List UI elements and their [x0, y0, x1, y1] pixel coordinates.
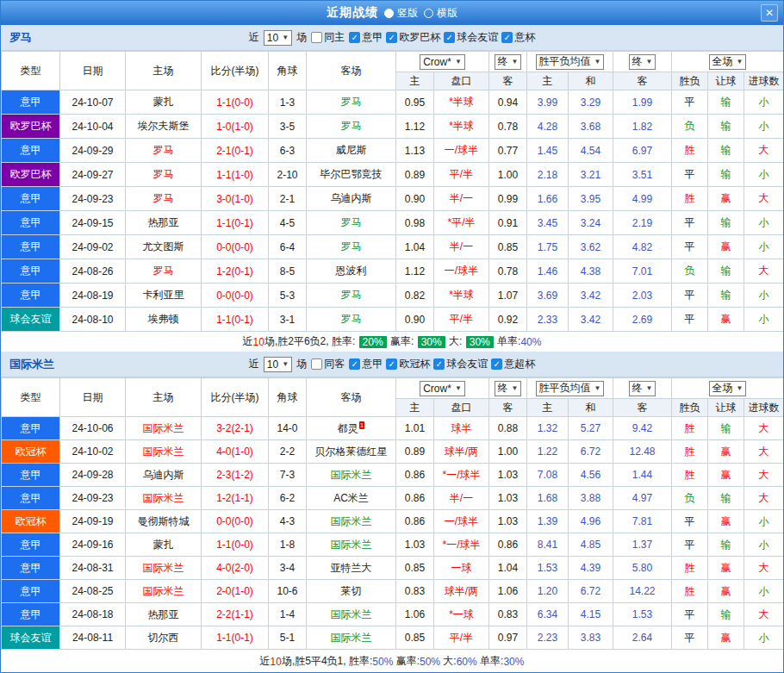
result-goals: 大 — [744, 440, 784, 464]
match-date: 24-08-19 — [60, 284, 126, 308]
handicap-away-odds: 0.91 — [489, 211, 527, 235]
score: 1-2(1-1) — [202, 487, 269, 510]
handicap-line: 一球 — [434, 557, 489, 580]
footer-stat: 近 — [260, 654, 271, 669]
same-side-filter[interactable]: 同客 — [311, 357, 345, 371]
same-side-label: 同主 — [324, 30, 345, 45]
away-team: 莱切 — [307, 580, 396, 603]
result-wdl: 平 — [672, 603, 708, 626]
result-handicap: 输 — [708, 90, 744, 115]
match-row: 欧罗巴杯24-09-27罗马1-1(1-0)2-10毕尔巴鄂竞技0.89平/半1… — [2, 163, 784, 187]
handicap-line: 球半 — [434, 417, 489, 440]
match-row: 球会友谊24-08-11切尔西1-1(0-1)5-1国际米兰0.85平/半0.9… — [2, 626, 784, 650]
avg-odds-select[interactable]: 胜平负均值▼ — [536, 381, 605, 396]
handicap-away-odds: 0.86 — [489, 533, 527, 557]
league-filter-意甲[interactable]: ✓意甲 — [349, 357, 383, 371]
score: 1-2(0-1) — [202, 259, 269, 284]
match-count-select[interactable]: 10▼ — [264, 357, 292, 372]
match-date: 24-10-02 — [60, 440, 126, 464]
footer-stat: 单率: — [477, 654, 504, 669]
league-filter-球会友谊[interactable]: ✓球会友谊 — [444, 30, 498, 45]
final-odds-select[interactable]: 终▼ — [495, 381, 522, 396]
team-name: 罗马 — [9, 30, 32, 46]
league-filter-label: 球会友谊 — [446, 357, 488, 371]
sub-header-draw: 和 — [569, 399, 613, 417]
league-badge: 欧冠杯 — [2, 510, 60, 533]
away-team: 国际米兰 — [307, 533, 396, 557]
odds-source-select[interactable]: Crow*▼ — [420, 54, 465, 70]
result-goals: 小 — [744, 235, 784, 259]
result-goals: 小 — [744, 284, 784, 308]
final-avg-select[interactable]: 终▼ — [629, 381, 656, 396]
final-odds-select[interactable]: 终▼ — [495, 54, 522, 70]
handicap-away-odds: 0.97 — [489, 626, 527, 650]
league-filter-欧冠杯[interactable]: ✓欧冠杯 — [386, 357, 430, 371]
league-filter-意杯[interactable]: ✓意杯 — [501, 30, 535, 45]
odds-win: 1.20 — [527, 580, 569, 603]
corners: 4-3 — [269, 510, 307, 533]
result-handicap: 赢 — [708, 626, 744, 650]
radio-selected-icon — [384, 9, 394, 18]
league-badge: 意甲 — [2, 417, 60, 440]
league-badge: 意甲 — [2, 235, 60, 259]
handicap-line: *半球 — [434, 284, 489, 308]
result-handicap: 赢 — [708, 557, 744, 580]
same-side-filter[interactable]: 同主 — [311, 30, 345, 45]
handicap-home-odds: 1.12 — [396, 259, 434, 284]
score: 1-1(0-0) — [202, 533, 269, 557]
odds-lose: 5.80 — [613, 557, 672, 580]
match-date: 24-09-15 — [60, 211, 126, 235]
result-wdl: 胜 — [672, 440, 708, 464]
match-date: 24-10-06 — [60, 417, 126, 440]
league-filter-欧罗巴杯[interactable]: ✓欧罗巴杯 — [386, 30, 440, 45]
sub-header-draw: 和 — [569, 72, 613, 90]
result-goals: 大 — [744, 259, 784, 284]
layout-vertical-radio[interactable]: 竖版 — [384, 6, 418, 21]
chevron-down-icon: ▼ — [737, 384, 744, 392]
score: 1-1(0-0) — [202, 90, 269, 115]
odds-lose: 1.99 — [613, 90, 672, 115]
odds-draw: 4.56 — [569, 464, 613, 487]
result-handicap: 赢 — [708, 235, 744, 259]
corners: 3-1 — [269, 308, 307, 332]
home-team: 国际米兰 — [126, 487, 202, 510]
league-filter-意超杯[interactable]: ✓意超杯 — [491, 357, 535, 371]
league-badge: 欧罗巴杯 — [2, 115, 60, 139]
odds-lose: 14.22 — [613, 580, 672, 603]
corners: 6-3 — [269, 139, 307, 163]
layout-horizontal-radio[interactable]: 横版 — [424, 6, 457, 21]
avg-odds-select[interactable]: 胜平负均值▼ — [536, 54, 605, 70]
chevron-down-icon: ▼ — [512, 384, 519, 392]
league-filter-label: 意甲 — [362, 357, 383, 371]
near-label: 近 — [249, 357, 259, 371]
handicap-away-odds: 1.04 — [489, 557, 527, 580]
corners: 4-5 — [269, 211, 307, 235]
league-filter-球会友谊[interactable]: ✓球会友谊 — [433, 357, 488, 371]
odds-win: 1.68 — [527, 487, 569, 510]
home-team: 蒙扎 — [126, 533, 202, 557]
result-goals: 小 — [744, 163, 784, 187]
close-button[interactable]: ✕ — [761, 4, 778, 22]
league-badge: 意甲 — [2, 211, 60, 235]
result-wdl: 平 — [672, 284, 708, 308]
handicap-line: *一/球半 — [434, 533, 489, 557]
league-filter-意甲[interactable]: ✓意甲 — [349, 30, 383, 45]
match-date: 24-08-11 — [60, 626, 126, 650]
scope-select[interactable]: 全场▼ — [709, 54, 747, 70]
score: 1-1(0-1) — [202, 626, 269, 650]
odds-source-select[interactable]: Crow*▼ — [420, 381, 465, 396]
match-count-select[interactable]: 10▼ — [264, 30, 292, 46]
titlebar-center: 近期战绩 竖版 横版 — [327, 5, 457, 21]
score: 1-1(1-0) — [202, 163, 269, 187]
footer-stat: 30% — [466, 336, 494, 348]
handicap-away-odds: 0.92 — [489, 308, 527, 332]
checkbox-checked-icon: ✓ — [501, 32, 513, 43]
scope-select[interactable]: 全场▼ — [709, 381, 747, 396]
final-avg-select[interactable]: 终▼ — [629, 54, 656, 70]
odds-win: 6.34 — [527, 603, 569, 626]
sub-header-win: 主 — [527, 72, 569, 90]
result-wdl: 平 — [672, 510, 708, 533]
corners: 2-10 — [269, 163, 307, 187]
home-team: 罗马 — [126, 259, 202, 284]
handicap-home-odds: 0.89 — [396, 163, 434, 187]
